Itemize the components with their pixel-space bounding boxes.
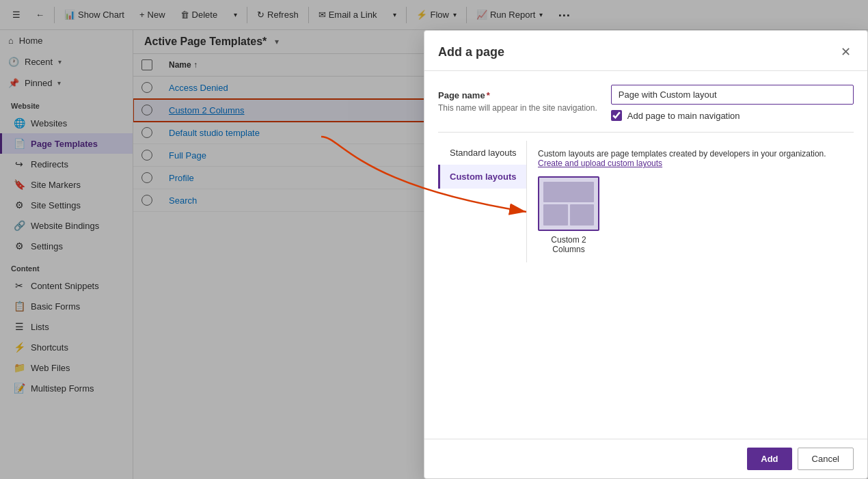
dialog-footer: Add Cancel [424,439,867,478]
thumb-top-bar [543,182,594,202]
nav-checkbox-label[interactable]: Add page to main navigation [627,111,740,121]
thumb-col-right [570,204,595,225]
thumb-cols [543,204,594,225]
dialog-close-button[interactable]: ✕ [838,42,854,62]
layout-thumb-label: Custom 2Columns [551,235,586,254]
layout-thumbnails: Custom 2Columns [538,176,843,254]
required-marker: * [487,90,490,100]
page-name-input-wrap: Add page to main navigation [611,85,854,121]
thumb-col-left [543,204,568,225]
layout-thumb-preview [538,176,599,231]
close-icon: ✕ [841,45,851,59]
nav-checkbox-row: Add page to main navigation [611,110,854,121]
layouts-tabs: Standard layouts Custom layouts [438,141,527,262]
layouts-section: Standard layouts Custom layouts Custom l… [438,132,854,262]
page-name-input[interactable] [611,85,854,105]
layouts-content: Custom layouts are page templates create… [527,141,854,262]
layouts-desc: Custom layouts are page templates create… [538,149,843,168]
dialog-header: Add a page ✕ [424,31,867,71]
custom-layouts-tab[interactable]: Custom layouts [438,165,526,189]
page-name-label: Page name* [438,85,597,100]
add-button[interactable]: Add [747,448,791,470]
page-name-field-row: Page name* This name will appear in the … [438,85,854,121]
nav-checkbox[interactable] [611,110,622,121]
standard-layouts-tab[interactable]: Standard layouts [438,141,526,165]
dialog-body: Page name* This name will appear in the … [424,71,867,439]
cancel-button[interactable]: Cancel [798,448,854,470]
create-upload-link[interactable]: Create and upload custom layouts [538,159,662,168]
dialog-title: Add a page [438,45,504,59]
add-page-dialog: Add a page ✕ Page name* This name will a… [424,30,868,479]
layout-thumb-custom-2-columns[interactable]: Custom 2Columns [538,176,599,254]
page-name-desc: This name will appear in the site naviga… [438,103,597,113]
